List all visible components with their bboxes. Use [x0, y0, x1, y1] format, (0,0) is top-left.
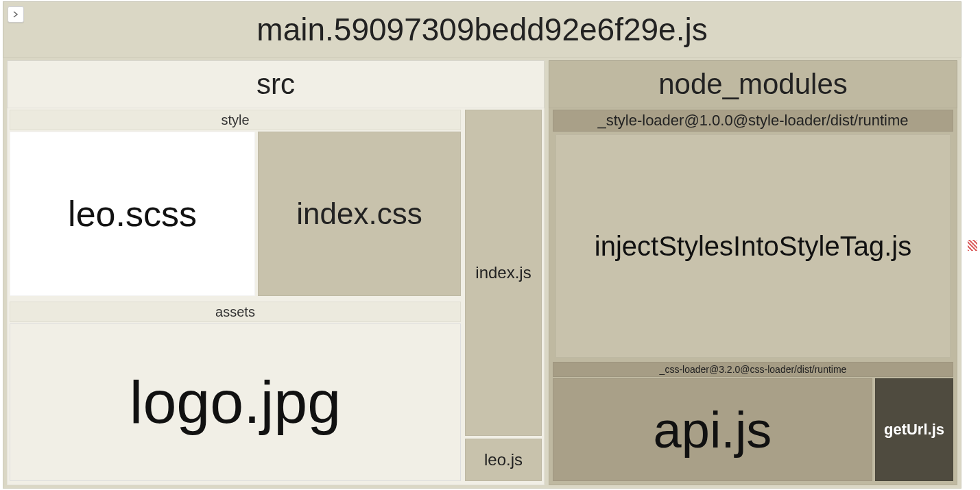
css-loader-label[interactable]: _css-loader@3.2.0@css-loader/dist/runtim… — [553, 362, 953, 377]
src-style-label[interactable]: style — [10, 110, 461, 130]
file-leo-js[interactable]: leo.js — [465, 439, 542, 481]
src-assets-label[interactable]: assets — [10, 302, 461, 322]
node-modules-label: node_modules — [549, 60, 957, 108]
minimap-marker-icon — [968, 240, 977, 251]
file-inject-styles[interactable]: injectStylesIntoStyleTag.js — [555, 134, 951, 358]
src-label: src — [7, 60, 545, 108]
file-api-js[interactable]: api.js — [553, 378, 872, 481]
file-index-js[interactable]: index.js — [465, 110, 542, 436]
treemap-stage: main.59097309bedd92e6f29e.js src style l… — [0, 0, 980, 490]
style-loader-label[interactable]: _style-loader@1.0.0@style-loader/dist/ru… — [553, 110, 953, 132]
file-leo-scss[interactable]: leo.scss — [10, 132, 255, 296]
file-index-css[interactable]: index.css — [258, 132, 461, 296]
file-logo-jpg[interactable]: logo.jpg — [10, 323, 461, 481]
root-title: main.59097309bedd92e6f29e.js — [3, 1, 961, 58]
file-geturl-js[interactable]: getUrl.js — [875, 378, 953, 481]
